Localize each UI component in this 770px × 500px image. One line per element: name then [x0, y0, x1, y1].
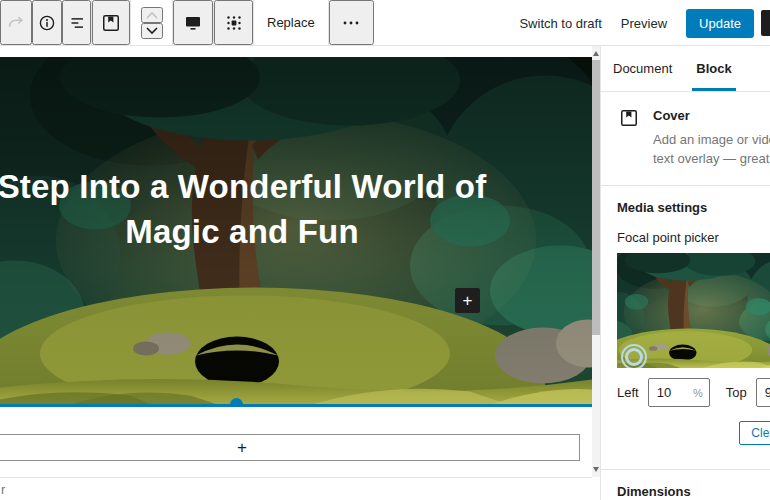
cover-title-text[interactable]: Step Into a Wonderful World of Magic and…	[0, 165, 538, 255]
clear-row: Clear	[617, 421, 770, 445]
update-button[interactable]: Update	[686, 9, 754, 38]
block-appender[interactable]: +	[0, 434, 580, 461]
scroll-up-arrow[interactable]	[592, 48, 600, 58]
replace-button[interactable]: Replace	[254, 0, 328, 45]
cover-title-line2: Magic and Fun	[125, 213, 359, 250]
content-position-button[interactable]	[214, 0, 253, 45]
editor-canvas: Step Into a Wonderful World of Magic and…	[0, 46, 592, 500]
redo-button[interactable]	[0, 0, 32, 45]
cover-resize-handle[interactable]	[230, 398, 243, 407]
settings-toggle-button[interactable]	[761, 10, 770, 36]
monitor-icon	[181, 11, 205, 35]
focal-point-picker-label: Focal point picker	[617, 230, 754, 245]
add-block-button[interactable]: +	[455, 288, 480, 313]
chevron-down-icon	[143, 25, 161, 37]
block-description: Add an image or video with a text overla…	[653, 131, 770, 169]
editor-top-bar: Replace Switch to draft Preview Update	[0, 0, 770, 46]
top-input[interactable]	[757, 379, 770, 406]
appender-plus-icon: +	[237, 438, 247, 458]
chevron-up-icon	[143, 9, 161, 21]
focal-point-indicator[interactable]	[621, 344, 647, 367]
settings-sidebar: Document Block Cover Add an image or vid…	[600, 46, 770, 500]
publish-actions: Switch to draft Preview Update	[519, 0, 770, 46]
media-settings-panel: Media settings Focal point picker	[601, 186, 770, 470]
cover-block-icon	[617, 106, 641, 169]
position-grid-icon	[222, 11, 246, 35]
focal-point-picker[interactable]	[617, 253, 770, 368]
cover-block-type-button[interactable]	[92, 0, 130, 45]
redo-icon	[5, 12, 27, 34]
block-options-button[interactable]	[329, 0, 374, 45]
move-down-button[interactable]	[141, 23, 163, 39]
list-view-button[interactable]	[62, 0, 91, 45]
canvas-scrollbar[interactable]	[592, 46, 600, 477]
editor-workspace: Step Into a Wonderful World of Magic and…	[0, 46, 770, 500]
full-height-toggle-button[interactable]	[173, 0, 213, 45]
block-editor-window: Replace Switch to draft Preview Update	[0, 0, 770, 500]
block-description-line1: Add an image or video with a	[653, 131, 770, 150]
more-options-icon	[339, 11, 363, 35]
move-up-button[interactable]	[141, 7, 163, 23]
cover-block[interactable]: Step Into a Wonderful World of Magic and…	[0, 57, 592, 407]
list-view-icon	[66, 12, 88, 34]
history-tools-group	[0, 0, 91, 45]
scroll-down-arrow[interactable]	[592, 464, 600, 474]
tab-block[interactable]: Block	[684, 46, 743, 91]
top-input-box	[756, 378, 770, 407]
details-button[interactable]	[32, 0, 62, 45]
percent-unit: %	[693, 387, 703, 399]
triangle-down-icon	[593, 467, 599, 472]
left-input-box: %	[648, 378, 710, 407]
block-description-card: Cover Add an image or video with a text …	[601, 92, 770, 186]
tab-document[interactable]: Document	[601, 46, 684, 91]
sidebar-tabs: Document Block	[601, 46, 770, 92]
media-settings-heading: Media settings	[617, 200, 754, 215]
preview-button[interactable]: Preview	[621, 16, 667, 31]
breadcrumb: r	[1, 482, 5, 497]
breadcrumb-bar: r	[0, 477, 592, 500]
block-description-line2: text overlay — great for headers.	[653, 150, 770, 169]
top-label: Top	[726, 385, 747, 400]
left-label: Left	[617, 385, 639, 400]
focal-coordinates-row: Left % Top	[617, 378, 754, 407]
cover-selection-border	[0, 404, 592, 407]
info-icon	[36, 12, 58, 34]
scrollbar-thumb[interactable]	[592, 60, 600, 335]
triangle-up-icon	[593, 51, 599, 56]
cover-title-line1: Step Into a Wonderful World of	[0, 168, 486, 205]
clear-button[interactable]: Clear	[739, 421, 770, 445]
block-mover	[131, 0, 172, 45]
dimensions-panel: Dimensions Minimum height of cover	[601, 470, 770, 500]
cover-block-icon	[99, 11, 123, 35]
switch-to-draft-button[interactable]: Switch to draft	[519, 16, 601, 31]
block-title: Cover	[653, 108, 770, 123]
dimensions-heading: Dimensions	[617, 484, 754, 499]
